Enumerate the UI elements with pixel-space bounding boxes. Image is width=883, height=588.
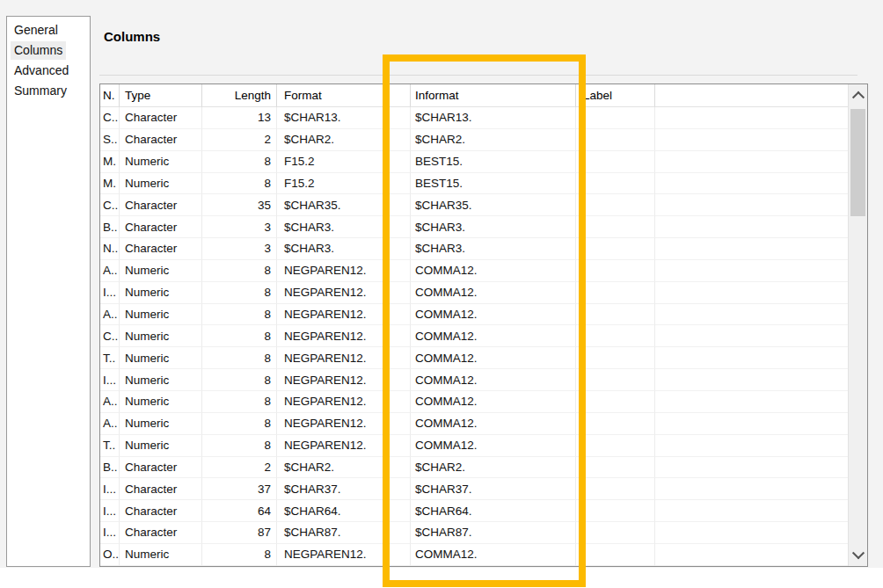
cell-informat: COMMA12.: [411, 391, 576, 413]
table-row[interactable]: A..Numeric8NEGPAREN12.COMMA12.: [100, 413, 848, 435]
cell-name: B..: [100, 216, 120, 238]
cell-name: A..: [100, 304, 120, 326]
column-header-informat[interactable]: Informat: [411, 84, 576, 107]
table-row[interactable]: I...Character37$CHAR37.$CHAR37.: [100, 478, 848, 500]
table-row[interactable]: A..Numeric8NEGPAREN12.COMMA12.: [100, 260, 848, 282]
cell-filler: [655, 435, 848, 457]
cell-length: 8: [202, 347, 277, 369]
table-row[interactable]: C..Character35$CHAR35.$CHAR35.: [100, 194, 848, 216]
scroll-up-button[interactable]: [849, 84, 867, 105]
cell-length: 8: [202, 173, 277, 195]
columns-table: N.TypeLengthFormatInformatLabel C..Chara…: [99, 83, 868, 567]
scrollbar-thumb[interactable]: [850, 109, 865, 216]
cell-type: Character: [120, 107, 202, 129]
column-header-type[interactable]: Type: [120, 84, 202, 107]
column-header-format[interactable]: Format: [277, 84, 411, 107]
table-row[interactable]: I...Character87$CHAR87.$CHAR87.: [100, 522, 848, 544]
cell-name: I...: [100, 500, 120, 522]
sidebar-item-columns[interactable]: Columns: [7, 40, 90, 61]
table-row[interactable]: B..Character2$CHAR2.$CHAR2.: [100, 457, 848, 479]
sidebar-item-general[interactable]: General: [7, 20, 90, 40]
column-header-n[interactable]: N.: [100, 84, 120, 107]
cell-label: [576, 129, 655, 151]
cell-length: 8: [202, 325, 277, 347]
table-row[interactable]: I...Character64$CHAR64.$CHAR64.: [100, 500, 848, 522]
column-header-filler: [655, 84, 848, 107]
table-row[interactable]: B..Character3$CHAR3.$CHAR3.: [100, 216, 848, 238]
table-row[interactable]: A..Numeric8NEGPAREN12.COMMA12.: [100, 304, 848, 326]
cell-name: C..: [100, 194, 120, 216]
separator-line: [99, 75, 857, 76]
cell-type: Character: [120, 522, 202, 544]
column-header-label[interactable]: Label: [576, 84, 655, 107]
cell-type: Numeric: [120, 347, 202, 369]
cell-format: $CHAR2.: [277, 129, 411, 151]
cell-informat: COMMA12.: [411, 435, 576, 457]
table-row[interactable]: T..Numeric8NEGPAREN12.COMMA12.: [100, 435, 848, 457]
cell-format: NEGPAREN12.: [277, 391, 411, 413]
cell-name: S..: [100, 129, 120, 151]
cell-filler: [655, 500, 848, 522]
cell-type: Character: [120, 194, 202, 216]
cell-type: Numeric: [120, 260, 202, 282]
sidebar-item-advanced[interactable]: Advanced: [7, 61, 90, 81]
cell-label: [576, 238, 655, 260]
cell-format: $CHAR37.: [277, 478, 411, 500]
cell-format: NEGPAREN12.: [277, 413, 411, 435]
table-row[interactable]: A..Numeric8NEGPAREN12.COMMA12.: [100, 391, 848, 413]
cell-informat: COMMA12.: [411, 282, 576, 304]
table-row[interactable]: S..Character2$CHAR2.$CHAR2.: [100, 129, 848, 151]
vertical-scrollbar[interactable]: [848, 84, 867, 566]
cell-length: 35: [202, 194, 277, 216]
cell-informat: $CHAR2.: [411, 129, 576, 151]
sidebar: GeneralColumnsAdvancedSummary: [6, 16, 91, 567]
table-row[interactable]: C..Character13$CHAR13.$CHAR13.: [100, 107, 848, 129]
cell-format: NEGPAREN12.: [277, 304, 411, 326]
cell-filler: [655, 216, 848, 238]
cell-length: 8: [202, 544, 277, 566]
cell-informat: $CHAR35.: [411, 194, 576, 216]
table-row[interactable]: C..Numeric8NEGPAREN12.COMMA12.: [100, 325, 848, 347]
cell-filler: [655, 391, 848, 413]
cell-format: NEGPAREN12.: [277, 347, 411, 369]
table-row[interactable]: O..Numeric8NEGPAREN12.COMMA12.: [100, 544, 848, 566]
table-row[interactable]: M.Numeric8F15.2BEST15.: [100, 151, 848, 173]
cell-length: 3: [202, 238, 277, 260]
cell-label: [576, 304, 655, 326]
table-row[interactable]: N..Character3$CHAR3.$CHAR3.: [100, 238, 848, 260]
table-row[interactable]: M.Numeric8F15.2BEST15.: [100, 173, 848, 195]
cell-type: Numeric: [120, 282, 202, 304]
cell-filler: [655, 369, 848, 391]
table-row[interactable]: T..Numeric8NEGPAREN12.COMMA12.: [100, 347, 848, 369]
sidebar-list: GeneralColumnsAdvancedSummary: [7, 20, 90, 101]
table-row[interactable]: I...Numeric8NEGPAREN12.COMMA12.: [100, 282, 848, 304]
table-row[interactable]: I...Numeric8NEGPAREN12.COMMA12.: [100, 369, 848, 391]
cell-format: NEGPAREN12.: [277, 282, 411, 304]
cell-length: 2: [202, 457, 277, 479]
cell-name: I...: [100, 478, 120, 500]
cell-type: Numeric: [120, 325, 202, 347]
cell-length: 8: [202, 304, 277, 326]
cell-length: 2: [202, 129, 277, 151]
cell-type: Character: [120, 129, 202, 151]
cell-length: 87: [202, 522, 277, 544]
column-header-length[interactable]: Length: [202, 84, 277, 107]
page-title: Columns: [104, 29, 160, 44]
cell-format: NEGPAREN12.: [277, 435, 411, 457]
cell-label: [576, 522, 655, 544]
cell-type: Numeric: [120, 413, 202, 435]
cell-format: F15.2: [277, 151, 411, 173]
scroll-down-button[interactable]: [849, 545, 867, 566]
cell-name: T..: [100, 435, 120, 457]
cell-length: 37: [202, 478, 277, 500]
cell-name: N..: [100, 238, 120, 260]
cell-filler: [655, 282, 848, 304]
cell-informat: COMMA12.: [411, 304, 576, 326]
cell-filler: [655, 304, 848, 326]
cell-filler: [655, 107, 848, 129]
cell-filler: [655, 173, 848, 195]
sidebar-item-summary[interactable]: Summary: [7, 81, 90, 101]
cell-length: 8: [202, 151, 277, 173]
cell-name: I...: [100, 282, 120, 304]
cell-filler: [655, 151, 848, 173]
